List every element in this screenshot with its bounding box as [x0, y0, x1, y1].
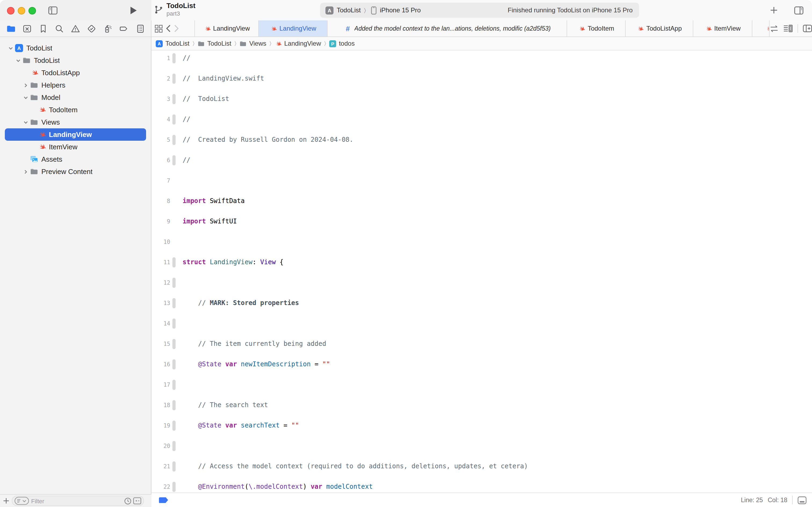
disclosure-open-icon[interactable]: [14, 58, 22, 63]
code-line-16[interactable]: 16 @State var newItemDescription = "": [152, 359, 812, 370]
navigator-filter-bar: Filter: [0, 494, 152, 507]
swift-file-icon: [270, 25, 277, 32]
breadcrumb-item-views[interactable]: Views: [239, 40, 267, 47]
source-control-navigator-icon[interactable]: [20, 22, 33, 35]
recent-files-clock-icon: [124, 497, 131, 505]
app-icon: A: [156, 40, 163, 47]
breadcrumb-item-landingview[interactable]: LandingView: [275, 40, 321, 47]
related-items-grid-icon[interactable]: [155, 24, 163, 33]
add-editor-icon[interactable]: [803, 25, 812, 32]
code-line-1[interactable]: 1//: [152, 53, 812, 63]
zoom-window-button[interactable]: [28, 7, 36, 14]
sidebar-item-todolist[interactable]: ATodoList: [5, 42, 146, 54]
code-line-12[interactable]: 12: [152, 278, 812, 288]
find-navigator-icon[interactable]: [53, 22, 66, 35]
sidebar-item-todolistapp[interactable]: TodoListApp: [5, 67, 146, 79]
tab-todolistapp[interactable]: TodoListApp: [626, 20, 693, 37]
go-forward-icon[interactable]: [174, 25, 179, 32]
code-line-21[interactable]: 21 // Access the model context (required…: [152, 461, 812, 471]
filter-field[interactable]: Filter: [12, 496, 144, 506]
project-title-block: TodoListpart3: [155, 2, 195, 18]
sidebar-item-preview-content[interactable]: Preview Content: [5, 165, 146, 178]
line-number: 11: [152, 257, 170, 268]
code-line-7[interactable]: 7: [152, 176, 812, 186]
disclosure-closed-icon[interactable]: [22, 82, 30, 88]
sidebar-item-assets[interactable]: Assets: [5, 153, 146, 165]
disclosure-open-icon[interactable]: [22, 119, 30, 125]
line-number: 1: [152, 53, 170, 63]
disclosure-closed-icon[interactable]: [22, 169, 30, 174]
source-code-editor[interactable]: 1//2// LandingView.swift3// TodoList4//5…: [152, 51, 812, 494]
code-line-15[interactable]: 15 // The item currently being added: [152, 339, 812, 349]
breadcrumb-separator: 〉: [325, 40, 326, 47]
sidebar-item-todoitem[interactable]: TodoItem: [5, 104, 146, 116]
bookmark-navigator-icon[interactable]: [37, 22, 50, 35]
code-line-17[interactable]: 17: [152, 380, 812, 390]
change-bar: [172, 400, 176, 410]
code-line-10[interactable]: 10: [152, 237, 812, 247]
code-line-9[interactable]: 9import SwiftUI: [152, 216, 812, 227]
sidebar-item-views[interactable]: Views: [5, 116, 146, 128]
close-window-button[interactable]: [7, 7, 14, 14]
disclosure-open-icon[interactable]: [22, 95, 30, 100]
tab-itemview[interactable]: ItemView: [693, 20, 752, 37]
toggle-inspectors-button[interactable]: [792, 4, 805, 17]
code-line-13[interactable]: 13 // MARK: Stored properties: [152, 298, 812, 308]
breadcrumb-item-todos[interactable]: Ptodos: [329, 40, 355, 47]
breadcrumb-item-todolist[interactable]: ATodoList: [156, 40, 189, 47]
code-line-20[interactable]: 20: [152, 441, 812, 451]
cursor-col-indicator[interactable]: Col: 18: [768, 497, 787, 503]
project-file-tree: ATodoListTodoListTodoListAppHelpersModel…: [0, 37, 151, 490]
editor-only-layout-icon[interactable]: [798, 496, 807, 504]
report-navigator-icon[interactable]: [134, 22, 147, 35]
code-line-5[interactable]: 5// Created by Russell Gordon on 2024-04…: [152, 135, 812, 145]
toggle-navigator-button[interactable]: [46, 4, 59, 17]
tab-truncated[interactable]: [752, 20, 769, 37]
swift-icon: [37, 143, 46, 151]
run-button[interactable]: [127, 4, 139, 17]
breakpoints-toggle-icon[interactable]: [159, 497, 168, 503]
tab-landingview[interactable]: LandingView: [194, 20, 259, 37]
sidebar-item-landingview[interactable]: LandingView: [5, 128, 146, 141]
sidebar-item-itemview[interactable]: ItemView: [5, 141, 146, 153]
code-line-11[interactable]: 11struct LandingView: View {: [152, 257, 812, 268]
add-file-button[interactable]: [0, 498, 12, 504]
code-line-18[interactable]: 18 // The search text: [152, 400, 812, 410]
code-line-22[interactable]: 22 @Environment(\.modelContext) var mode…: [152, 482, 812, 492]
code-line-19[interactable]: 19 @State var searchText = "": [152, 420, 812, 431]
scheme-selector[interactable]: A TodoList 〉: [320, 3, 371, 18]
cursor-line-indicator[interactable]: Line: 25: [741, 497, 763, 503]
breadcrumb-item-todolist[interactable]: TodoList: [197, 40, 231, 47]
disclosure-open-icon[interactable]: [7, 45, 14, 51]
code-line-2[interactable]: 2// LandingView.swift: [152, 73, 812, 84]
code-line-8[interactable]: 8import SwiftData: [152, 196, 812, 206]
breakpoint-navigator-icon[interactable]: [118, 22, 130, 35]
sidebar-item-model[interactable]: Model: [5, 91, 146, 104]
code-line-4[interactable]: 4//: [152, 114, 812, 125]
minimap-icon[interactable]: [784, 25, 793, 32]
test-navigator-icon[interactable]: [85, 22, 98, 35]
tab-todoitem[interactable]: TodoItem: [567, 20, 626, 37]
sidebar-item-helpers[interactable]: Helpers: [5, 79, 146, 91]
tab-landingview[interactable]: LandingView: [259, 20, 328, 37]
minimize-window-button[interactable]: [18, 7, 25, 14]
project-navigator-icon[interactable]: [4, 22, 17, 35]
code-line-6[interactable]: 6//: [152, 155, 812, 165]
swift-icon: [37, 130, 46, 138]
code-line-14[interactable]: 14: [152, 319, 812, 329]
library-button[interactable]: [767, 4, 780, 17]
change-bar: [172, 319, 176, 329]
go-back-icon[interactable]: [166, 25, 171, 32]
tab-label: LandingView: [213, 25, 250, 32]
debug-navigator-icon[interactable]: [102, 22, 114, 35]
code-review-icon[interactable]: [769, 25, 779, 32]
change-bar: [172, 298, 176, 308]
tab-added[interactable]: #Added the model context to the lan...at…: [328, 20, 567, 37]
code-line-3[interactable]: 3// TodoList: [152, 94, 812, 104]
code-text: struct LandingView: View {: [183, 257, 284, 268]
issue-navigator-icon[interactable]: [69, 22, 82, 35]
editor-area: LandingViewLandingView#Added the model c…: [152, 20, 812, 507]
code-text: import SwiftData: [183, 196, 245, 206]
sidebar-item-todolist[interactable]: TodoList: [5, 54, 146, 67]
run-destination-selector[interactable]: iPhone 15 Pro: [371, 3, 426, 18]
